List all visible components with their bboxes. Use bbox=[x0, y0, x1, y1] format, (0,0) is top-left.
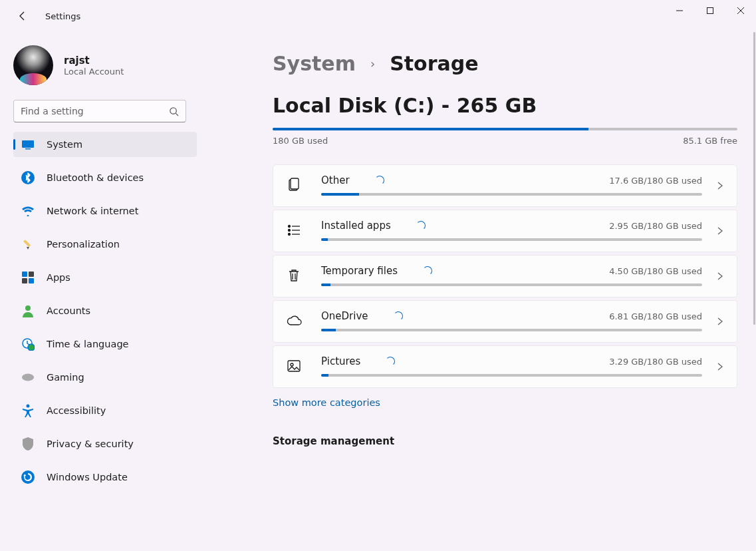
loading-spinner-icon bbox=[423, 266, 432, 276]
category-label: OneDrive bbox=[321, 310, 403, 322]
storage-management-heading: Storage management bbox=[273, 435, 737, 447]
svg-rect-17 bbox=[291, 178, 299, 189]
svg-rect-0 bbox=[707, 8, 713, 14]
chevron-right-icon bbox=[715, 361, 725, 371]
profile-name: rajst bbox=[64, 55, 124, 67]
chevron-right-icon bbox=[715, 316, 725, 325]
clock-icon bbox=[21, 337, 35, 351]
maximize-button[interactable] bbox=[695, 0, 725, 21]
category-bar bbox=[321, 193, 702, 196]
content-area[interactable]: System › Storage Local Disk (C:) - 265 G… bbox=[126, 32, 756, 551]
category-pictures[interactable]: Pictures3.29 GB/180 GB used bbox=[273, 345, 737, 388]
nav-label: Gaming bbox=[47, 372, 84, 383]
profile-subtitle: Local Account bbox=[64, 67, 124, 77]
svg-point-12 bbox=[28, 344, 35, 351]
accessibility-icon bbox=[21, 404, 35, 417]
chevron-right-icon: › bbox=[370, 57, 375, 71]
svg-rect-9 bbox=[29, 278, 34, 283]
minimize-button[interactable] bbox=[664, 0, 695, 21]
nav-label: Network & internet bbox=[47, 206, 138, 216]
loading-spinner-icon bbox=[375, 176, 384, 185]
category-apps[interactable]: Installed apps2.95 GB/180 GB used bbox=[273, 210, 737, 252]
svg-rect-2 bbox=[22, 140, 34, 148]
window-controls bbox=[664, 0, 756, 21]
category-bar bbox=[321, 238, 702, 241]
category-label: Temporary files bbox=[321, 265, 432, 277]
category-usage: 3.29 GB/180 GB used bbox=[609, 357, 702, 367]
category-bar bbox=[321, 374, 702, 377]
svg-rect-5 bbox=[23, 240, 31, 247]
disk-usage-fill bbox=[273, 128, 588, 130]
wifi-icon bbox=[21, 204, 35, 218]
category-usage: 6.81 GB/180 GB used bbox=[609, 311, 702, 321]
avatar bbox=[13, 45, 53, 85]
nav-label: Accounts bbox=[47, 305, 90, 316]
loading-spinner-icon bbox=[394, 311, 403, 321]
window-title: Settings bbox=[45, 11, 80, 21]
svg-point-10 bbox=[25, 305, 31, 311]
nav-label: Personalization bbox=[47, 239, 120, 250]
category-onedrive[interactable]: OneDrive6.81 GB/180 GB used bbox=[273, 300, 737, 343]
shield-icon bbox=[21, 437, 35, 451]
back-button[interactable] bbox=[9, 3, 36, 29]
svg-rect-6 bbox=[22, 272, 27, 277]
category-usage: 4.50 GB/180 GB used bbox=[609, 266, 702, 276]
disk-used-label: 180 GB used bbox=[273, 136, 328, 146]
svg-point-14 bbox=[27, 405, 30, 408]
svg-rect-8 bbox=[22, 278, 27, 283]
gamepad-icon bbox=[21, 371, 35, 384]
loading-spinner-icon bbox=[416, 221, 426, 230]
trash-icon bbox=[285, 267, 303, 284]
svg-point-19 bbox=[289, 230, 291, 232]
bluetooth-icon bbox=[21, 171, 35, 184]
category-other[interactable]: Other17.6 GB/180 GB used bbox=[273, 164, 737, 207]
titlebar: Settings bbox=[0, 0, 756, 32]
disk-free-label: 85.1 GB free bbox=[683, 136, 737, 146]
disk-usage-bar bbox=[273, 128, 737, 130]
chevron-right-icon bbox=[715, 180, 725, 190]
chevron-right-icon bbox=[715, 271, 725, 280]
disk-title: Local Disk (C:) - 265 GB bbox=[273, 94, 737, 117]
svg-point-18 bbox=[289, 226, 291, 228]
storage-categories: Other17.6 GB/180 GB usedInstalled apps2.… bbox=[273, 164, 737, 388]
nav-label: Privacy & security bbox=[47, 439, 134, 449]
back-arrow-icon bbox=[17, 11, 28, 21]
nav-label: Accessibility bbox=[47, 405, 106, 416]
chevron-right-icon bbox=[715, 226, 725, 235]
category-label: Pictures bbox=[321, 355, 395, 367]
svg-point-15 bbox=[21, 470, 35, 484]
nav-label: Windows Update bbox=[47, 472, 128, 482]
nav-label: Apps bbox=[47, 272, 70, 283]
category-label: Other bbox=[321, 174, 384, 186]
category-label: Installed apps bbox=[321, 220, 426, 232]
breadcrumb-parent[interactable]: System bbox=[273, 52, 356, 75]
update-icon bbox=[21, 470, 35, 484]
category-usage: 2.95 GB/180 GB used bbox=[609, 221, 702, 231]
person-icon bbox=[21, 304, 35, 317]
svg-rect-3 bbox=[25, 148, 31, 150]
svg-rect-7 bbox=[29, 272, 34, 277]
doc-icon bbox=[285, 176, 303, 194]
svg-point-22 bbox=[291, 363, 293, 366]
show-more-link[interactable]: Show more categories bbox=[273, 397, 380, 408]
svg-point-20 bbox=[289, 234, 291, 236]
close-button[interactable] bbox=[725, 0, 756, 21]
category-temp[interactable]: Temporary files4.50 GB/180 GB used bbox=[273, 255, 737, 297]
category-bar bbox=[321, 283, 702, 286]
cloud-icon bbox=[285, 312, 303, 329]
nav-label: Time & language bbox=[47, 339, 129, 349]
paintbrush-icon bbox=[21, 238, 35, 251]
system-icon bbox=[21, 138, 35, 151]
nav-label: System bbox=[47, 139, 82, 150]
category-bar bbox=[321, 329, 702, 331]
image-icon bbox=[285, 357, 303, 375]
category-usage: 17.6 GB/180 GB used bbox=[609, 176, 702, 186]
list-icon bbox=[285, 222, 303, 239]
svg-rect-21 bbox=[288, 361, 300, 371]
loading-spinner-icon bbox=[386, 357, 395, 366]
breadcrumb-current: Storage bbox=[390, 52, 478, 75]
breadcrumb: System › Storage bbox=[273, 52, 737, 75]
scrollbar[interactable] bbox=[753, 32, 755, 325]
apps-icon bbox=[21, 271, 35, 284]
svg-point-13 bbox=[22, 374, 34, 381]
